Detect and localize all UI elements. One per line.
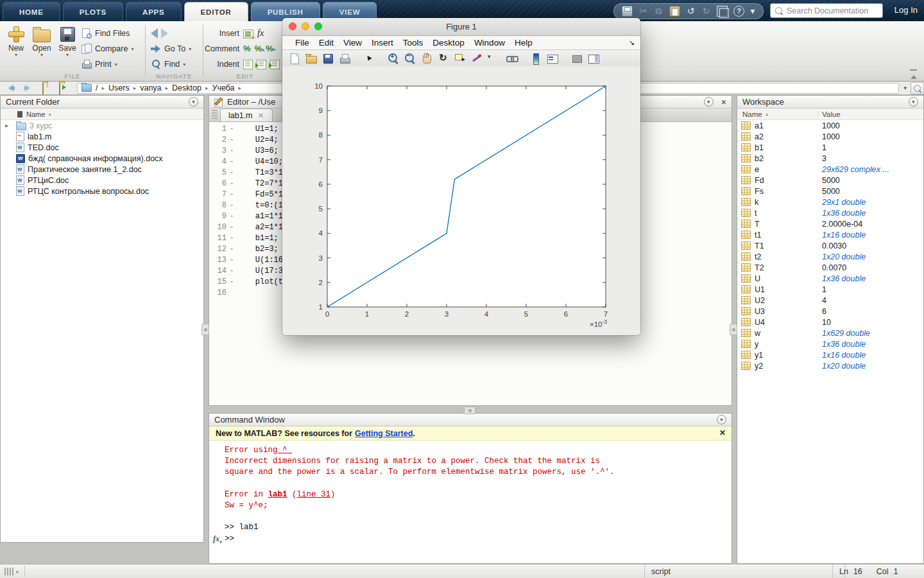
save-dropdown-caret-icon[interactable]: ▾ [66,53,69,58]
hide-plot-tools-icon[interactable] [571,53,583,64]
workspace-row[interactable]: b11 [737,142,923,153]
workspace-row[interactable]: T2.0000e-04 [737,218,923,229]
left-splitter-handle[interactable] [201,324,209,335]
breadcrumb-segment[interactable]: Учеба [212,83,234,92]
figure-window[interactable]: Figure 1 FileEditViewInsertToolsDesktopW… [282,18,640,335]
print-dropdown-caret-icon[interactable]: ▾ [115,62,117,67]
back-arrow-icon[interactable] [5,83,17,92]
workspace-row[interactable]: w1x629 double [737,328,923,338]
open-dropdown-caret-icon[interactable]: ▾ [40,53,43,58]
legend-icon[interactable] [547,53,558,64]
back-nav-icon[interactable] [151,28,158,39]
workspace-name-header[interactable]: Name ▲ [737,110,817,118]
workspace-row[interactable]: y21x20 double [737,360,923,371]
tab-close-icon[interactable]: ✕ [258,111,264,120]
login-button[interactable]: Log In [894,5,918,15]
collapse-ribbon-icon[interactable] [909,69,919,77]
workspace-row[interactable]: U24 [737,295,923,306]
right-splitter-handle[interactable] [730,324,737,335]
figure-menu-desktop[interactable]: Desktop [432,38,465,48]
brush-icon[interactable] [471,53,483,64]
browse-folder-icon[interactable] [59,83,71,92]
close-icon[interactable]: × [721,98,726,107]
window-zoom-button[interactable] [314,22,322,30]
new-figure-icon[interactable] [289,53,300,64]
copy-icon[interactable]: ⧉ [654,6,663,16]
fx-icon[interactable]: fx [213,534,221,546]
rotate-3d-icon[interactable] [438,53,449,64]
file-row[interactable]: бжд( справочная информация).docx [1,153,203,164]
smart-indent-icon[interactable] [243,60,253,69]
workspace-row[interactable]: U410 [737,317,923,328]
panel-menu-icon[interactable]: ▼ [717,415,726,425]
console-link[interactable]: line 31 [297,490,331,499]
figure-menu-window[interactable]: Window [474,38,505,48]
expander-icon[interactable]: ▶ [5,123,8,128]
save-icon[interactable] [622,6,633,17]
pan-icon[interactable] [421,53,432,64]
undo-icon[interactable]: ↺ [686,6,696,16]
open-button[interactable]: Open ▾ [30,24,54,58]
insert-script-icon[interactable] [243,30,253,39]
save-figure-icon[interactable] [322,53,334,64]
show-plot-tools-icon[interactable] [588,53,599,64]
workspace-row[interactable]: T20.0070 [737,262,923,273]
save-button[interactable]: Save ▾ [55,24,80,58]
tab-drag-handle[interactable] [212,110,218,120]
console-link[interactable]: lab1 [268,490,287,499]
help-icon[interactable] [733,6,744,17]
figure-menu-tools[interactable]: Tools [403,38,424,48]
horizontal-splitter-handle[interactable] [464,407,475,414]
search-documentation-input[interactable] [785,6,871,16]
tab-plots[interactable]: PLOTS [63,2,123,21]
file-row[interactable]: ▶3 курс [1,120,203,131]
workspace-row[interactable]: e29x629 complex ... [737,164,923,175]
menu-overflow-icon[interactable]: ↘ [629,39,635,47]
forward-nav-icon[interactable] [161,28,168,39]
window-close-button[interactable] [289,22,296,30]
breadcrumb-segment[interactable]: Users [108,83,130,92]
workspace-row[interactable]: U36 [737,306,923,317]
workspace-row[interactable]: t11x16 double [737,229,923,240]
banner-close-icon[interactable]: ✕ [719,428,726,437]
file-row[interactable]: TED.doc [1,142,203,153]
console-link[interactable]: ^ [278,446,293,455]
find-dropdown-caret-icon[interactable]: ▾ [183,62,185,67]
data-cursor-icon[interactable] [454,53,466,64]
panel-menu-icon[interactable]: ▼ [189,97,198,107]
forward-arrow-icon[interactable] [22,83,33,92]
goto-button[interactable]: Go To ▾ [151,41,191,57]
goto-dropdown-caret-icon[interactable]: ▾ [189,46,191,52]
workspace-row[interactable]: a21000 [737,131,923,142]
workspace-row[interactable]: t21x20 double [737,251,923,262]
tab-editor[interactable]: EDITOR [184,2,248,21]
workspace-row[interactable]: U1x36 double [737,273,923,284]
redo-icon[interactable]: ↻ [701,6,711,16]
workspace-row[interactable]: T10.0030 [737,240,923,251]
wrap-comment-icon[interactable]: %+ [266,44,273,54]
tab-home[interactable]: HOME [3,2,60,21]
figure-menu-edit[interactable]: Edit [319,38,334,48]
workspace-row[interactable]: b23 [737,153,923,164]
tab-apps[interactable]: APPS [126,2,182,21]
file-row[interactable]: lab1.m [1,131,203,142]
name-column-header[interactable]: Name ▲ [1,109,203,120]
breadcrumb-segment[interactable]: vanya [140,83,161,92]
cut-icon[interactable]: ✂ [638,6,648,16]
insert-fx-button[interactable]: fx [257,28,264,39]
workspace-row[interactable]: U11 [737,284,923,295]
panel-menu-icon[interactable]: ▼ [909,97,918,107]
find-button[interactable]: Find ▾ [151,57,191,72]
path-search-button[interactable] [911,82,924,94]
workspace-row[interactable]: y1x36 double [737,338,923,349]
indent-left-icon[interactable] [270,60,280,69]
figure-menu-insert[interactable]: Insert [372,38,393,48]
panel-menu-icon[interactable]: ▼ [704,97,714,107]
workspace-row[interactable]: y11x16 double [737,349,923,360]
file-row[interactable]: РТЦС контрольные вопросы.doc [1,186,203,197]
comment-icon[interactable]: % [243,44,251,54]
print-button[interactable]: Print ▾ [81,57,133,72]
workspace-row[interactable]: t1x36 double [737,207,923,218]
workspace-row[interactable]: Fs5000 [737,186,923,197]
up-folder-icon[interactable] [42,83,54,92]
